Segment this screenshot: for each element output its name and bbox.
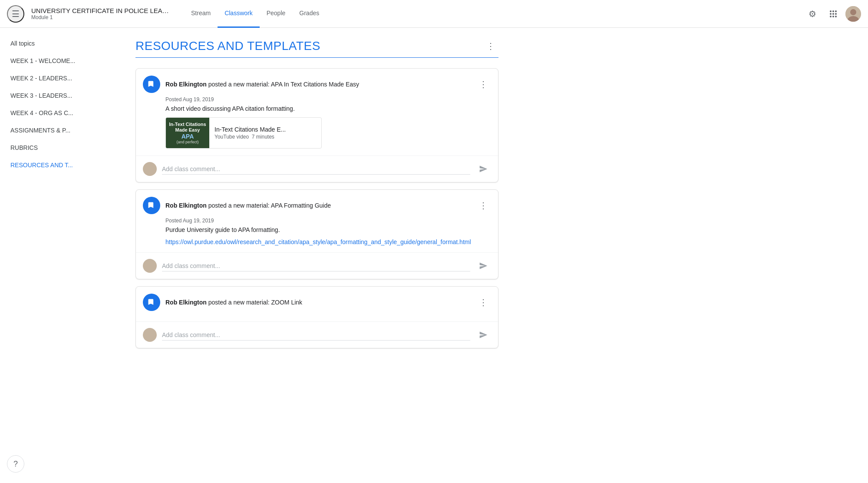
nav-tab-people[interactable]: People	[260, 0, 293, 28]
card-header: Rob Elkington posted a new material: APA…	[136, 190, 498, 214]
svg-point-0	[830, 10, 832, 12]
card-body: Posted Aug 19, 2019A short video discuss…	[136, 93, 498, 155]
page-layout: All topicsWEEK 1 - WELCOME...WEEK 2 - LE…	[0, 28, 868, 483]
app-header: ☰ UNIVERSITY CERTIFICATE IN POLICE LEADE…	[0, 0, 868, 28]
google-apps-button[interactable]	[825, 5, 842, 23]
card-header: Rob Elkington posted a new material: ZOO…	[136, 287, 498, 311]
card-header-text: Rob Elkington posted a new material: APA…	[165, 81, 475, 88]
post-date: Posted Aug 19, 2019	[165, 96, 491, 103]
svg-point-4	[832, 13, 834, 15]
post-card-post3: Rob Elkington posted a new material: ZOO…	[135, 286, 498, 348]
svg-point-10	[850, 9, 856, 15]
header-title-area: UNIVERSITY CERTIFICATE IN POLICE LEADERS…	[31, 7, 170, 20]
send-button-post2[interactable]	[475, 258, 491, 274]
card-more-button[interactable]	[475, 76, 491, 92]
card-header: Rob Elkington posted a new material: APA…	[136, 69, 498, 93]
svg-point-6	[830, 16, 832, 17]
comment-avatar	[143, 259, 157, 273]
bookmark-icon	[147, 80, 156, 89]
section-more-icon	[486, 41, 495, 51]
post-description: A short video discussing APA citation fo…	[165, 105, 491, 112]
post-link-post2[interactable]: https://owl.purdue.edu/owl/research_and_…	[165, 238, 471, 245]
svg-point-7	[832, 16, 834, 17]
card-body: Posted Aug 19, 2019Purdue University gui…	[136, 214, 498, 252]
send-icon	[479, 165, 488, 173]
section-divider	[135, 57, 498, 58]
sidebar-item-week1[interactable]: WEEK 1 - WELCOME...	[0, 52, 115, 69]
card-more-icon	[479, 200, 488, 211]
comment-avatar	[143, 328, 157, 342]
nav-tab-stream[interactable]: Stream	[184, 0, 218, 28]
svg-point-1	[832, 10, 834, 12]
section-title: RESOURCES AND TEMPLATES	[135, 39, 320, 53]
comment-area-post1	[136, 155, 498, 182]
attachment-title: In-Text Citations Made E...	[215, 126, 316, 133]
main-nav: StreamClassworkPeopleGrades	[184, 0, 804, 28]
post-description: Purdue University guide to APA formattin…	[165, 226, 491, 233]
sidebar-item-resources[interactable]: RESOURCES AND T...	[0, 156, 115, 174]
bookmark-icon	[147, 298, 156, 307]
svg-point-2	[835, 10, 837, 12]
card-more-icon	[479, 79, 488, 89]
sidebar-item-rubrics[interactable]: RUBRICS	[0, 139, 115, 156]
card-body	[136, 311, 498, 321]
nav-tab-grades[interactable]: Grades	[292, 0, 326, 28]
svg-point-5	[835, 13, 837, 15]
material-icon	[143, 197, 160, 214]
comment-area-post2	[136, 252, 498, 279]
comment-input-post2[interactable]	[162, 261, 470, 271]
card-header-text: Rob Elkington posted a new material: APA…	[165, 202, 475, 209]
help-icon: ?	[13, 460, 18, 469]
card-more-button[interactable]	[475, 294, 491, 310]
course-title: UNIVERSITY CERTIFICATE IN POLICE LEADERS…	[31, 7, 170, 14]
send-icon	[479, 331, 488, 339]
course-subtitle: Module 1	[31, 14, 170, 20]
menu-button[interactable]: ☰	[7, 5, 24, 23]
svg-point-3	[830, 13, 832, 15]
svg-point-8	[835, 16, 837, 17]
comment-avatar	[143, 162, 157, 176]
send-button-post3[interactable]	[475, 327, 491, 343]
attachment-thumb: In-Text CitationsMade Easy APA (and perf…	[166, 118, 209, 148]
sidebar-item-week3[interactable]: WEEK 3 - LEADERS...	[0, 87, 115, 104]
card-more-icon	[479, 297, 488, 308]
user-avatar[interactable]	[845, 6, 861, 22]
sidebar-item-all-topics[interactable]: All topics	[0, 35, 115, 52]
material-icon	[143, 294, 160, 311]
avatar-image	[845, 6, 861, 22]
comment-area-post3	[136, 321, 498, 348]
card-header-text: Rob Elkington posted a new material: ZOO…	[165, 299, 475, 306]
post-card-post1: Rob Elkington posted a new material: APA…	[135, 68, 498, 182]
comment-input-post3[interactable]	[162, 330, 470, 341]
material-icon	[143, 76, 160, 93]
help-button[interactable]: ?	[7, 455, 24, 473]
card-more-button[interactable]	[475, 198, 491, 213]
send-button-post1[interactable]	[475, 161, 491, 177]
settings-icon: ⚙	[809, 9, 816, 19]
sidebar-item-week2[interactable]: WEEK 2 - LEADERS...	[0, 69, 115, 87]
sidebar-item-week4[interactable]: WEEK 4 - ORG AS C...	[0, 104, 115, 122]
grid-icon	[829, 10, 838, 18]
settings-button[interactable]: ⚙	[804, 5, 821, 23]
header-actions: ⚙	[804, 5, 861, 23]
sidebar: All topicsWEEK 1 - WELCOME...WEEK 2 - LE…	[0, 28, 122, 483]
hamburger-icon: ☰	[12, 9, 20, 19]
sidebar-item-assignments[interactable]: ASSIGNMENTS & P...	[0, 122, 115, 139]
post-date: Posted Aug 19, 2019	[165, 218, 491, 224]
attachment-post1[interactable]: In-Text CitationsMade Easy APA (and perf…	[165, 117, 322, 149]
section-more-button[interactable]	[483, 38, 498, 54]
post-card-post2: Rob Elkington posted a new material: APA…	[135, 189, 498, 279]
bookmark-icon	[147, 201, 156, 210]
send-icon	[479, 261, 488, 270]
main-content: RESOURCES AND TEMPLATES Rob Elkington po…	[122, 28, 512, 483]
attachment-info: In-Text Citations Made E... YouTube vide…	[209, 122, 321, 143]
comment-input-post1[interactable]	[162, 164, 470, 175]
attachment-meta: YouTube video 7 minutes	[215, 134, 316, 140]
section-header: RESOURCES AND TEMPLATES	[135, 38, 498, 54]
nav-tab-classwork[interactable]: Classwork	[218, 0, 260, 28]
posts-container: Rob Elkington posted a new material: APA…	[135, 68, 498, 348]
